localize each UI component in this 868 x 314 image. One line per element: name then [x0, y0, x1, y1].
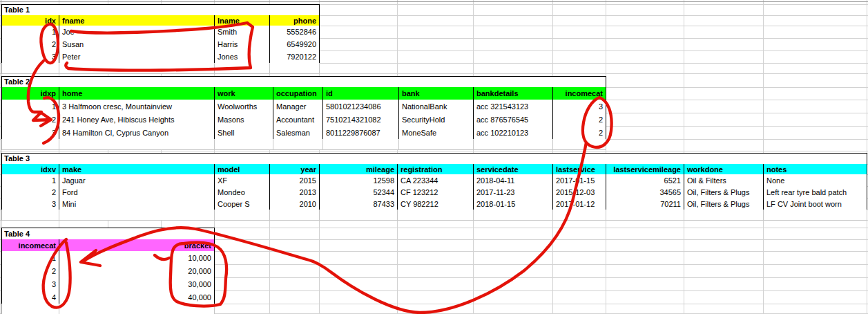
- table-3-empty-cell-1[interactable]: [59, 210, 215, 221]
- table-3-header-notes[interactable]: notes: [764, 164, 867, 175]
- table-3-header-registration[interactable]: registration: [398, 164, 474, 175]
- table-2-cell-bank-r2[interactable]: SecurityHold: [399, 113, 474, 127]
- table-3-cell-servicedate-r1[interactable]: 2018-04-11: [474, 174, 553, 187]
- table-2-cell-bank-r3[interactable]: MoneSafe: [399, 126, 474, 140]
- table-3-empty-cell-9[interactable]: [684, 210, 764, 221]
- table-3-empty-cell-7[interactable]: [553, 210, 606, 221]
- table-3-cell-registration-r2[interactable]: CF 123212: [398, 186, 474, 198]
- table-2-cell-home-r2[interactable]: 241 Honey Ave, Hibiscus Heights: [59, 113, 215, 127]
- table-2-header-bankdetails[interactable]: bankdetails: [474, 87, 553, 100]
- table-3-cell-registration-r3[interactable]: CY 982212: [398, 198, 474, 210]
- table-1-cell-lname-r2[interactable]: Harris: [215, 38, 270, 51]
- table-3-cell-idxv-r3[interactable]: 3: [1, 198, 59, 210]
- table-3-empty-cell-2[interactable]: [215, 210, 270, 221]
- table-2-cell-incomecat-r2[interactable]: 2: [553, 113, 606, 127]
- table-3-cell-mileage-r1[interactable]: 12598: [320, 174, 398, 187]
- table-1-cell-idx-r1[interactable]: 1: [1, 26, 59, 39]
- table-1-header-phone[interactable]: phone: [270, 15, 320, 26]
- table-2-cell-home-r3[interactable]: 84 Hamilton Cl, Cyprus Canyon: [59, 126, 215, 140]
- table-2-empty-cell-6[interactable]: [474, 139, 553, 150]
- table-4-cell-incomecat-r4[interactable]: 4: [1, 290, 59, 304]
- table-3-empty-cell-8[interactable]: [606, 210, 684, 221]
- table-2-empty-cell-1[interactable]: [59, 139, 215, 150]
- table-3-cell-idxv-r2[interactable]: 2: [1, 186, 59, 198]
- table-2-header-id[interactable]: id: [323, 87, 399, 100]
- table-1-empty-cell-0[interactable]: [1, 63, 59, 74]
- table-3-cell-lastservice-r3[interactable]: 2017-01-12: [553, 198, 606, 210]
- table-2-cell-occupation-r3[interactable]: Salesman: [273, 126, 323, 140]
- table-1-cell-phone-r1[interactable]: 5552846: [270, 26, 320, 39]
- table-1-cell-lname-r1[interactable]: Smith: [215, 26, 270, 39]
- table-3-header-year[interactable]: year: [270, 164, 320, 175]
- table-3-cell-mileage-r2[interactable]: 52344: [320, 186, 398, 198]
- table-2-cell-idxp-r3[interactable]: 3: [1, 126, 59, 140]
- table-2-header-work[interactable]: work: [215, 87, 273, 100]
- table-3-cell-registration-r1[interactable]: CA 223344: [398, 174, 474, 187]
- table-3-empty-cell-3[interactable]: [270, 210, 320, 221]
- table-4-cell-incomecat-r2[interactable]: 2: [1, 264, 59, 278]
- table-3-cell-notes-r3[interactable]: LF CV Joint boot worn: [764, 198, 867, 210]
- table-4-header-bracket[interactable]: bracket: [59, 239, 215, 252]
- table-2-cell-id-r3[interactable]: 8011229876087: [323, 126, 399, 140]
- table-1-empty-cell-1[interactable]: [59, 63, 215, 74]
- table-1-header-fname[interactable]: fname: [59, 15, 215, 26]
- table-4-cell-bracket-r2[interactable]: 20,000: [59, 264, 215, 278]
- table-3-cell-workdone-r1[interactable]: Oil & Filters: [684, 174, 764, 187]
- table-3-cell-lastservice-r1[interactable]: 2017-01-15: [553, 174, 606, 187]
- table-2-header-idxp[interactable]: idxp: [1, 87, 59, 100]
- table-2-cell-incomecat-r3[interactable]: 2: [553, 126, 606, 140]
- table-2-header-bank[interactable]: bank: [399, 87, 474, 100]
- table-3-header-workdone[interactable]: workdone: [684, 164, 764, 175]
- table-2-empty-cell-7[interactable]: [553, 139, 606, 150]
- table-2-cell-work-r2[interactable]: Masons: [215, 113, 273, 127]
- table-1-header-lname[interactable]: lname: [215, 15, 270, 26]
- table-3-cell-lastservice-r2[interactable]: 2015-12-03: [553, 186, 606, 198]
- table-3-cell-year-r1[interactable]: 2015: [270, 174, 320, 187]
- table-3-cell-servicedate-r3[interactable]: 2018-01-15: [474, 198, 553, 210]
- table-2-cell-id-r1[interactable]: 5801021234086: [323, 100, 399, 113]
- table-3-cell-workdone-r3[interactable]: Oil, Filters & Plugs: [684, 198, 764, 210]
- table-2-cell-id-r2[interactable]: 7510214321082: [323, 113, 399, 127]
- table-3-cell-make-r3[interactable]: Mini: [59, 198, 215, 210]
- table-3-cell-make-r2[interactable]: Ford: [59, 186, 215, 198]
- table-2-cell-incomecat-r1[interactable]: 3: [553, 100, 606, 113]
- table-2-cell-idxp-r1[interactable]: 1: [1, 100, 59, 113]
- table-2-empty-cell-0[interactable]: [1, 139, 59, 150]
- table-1-cell-idx-r2[interactable]: 2: [1, 38, 59, 51]
- table-3-cell-notes-r1[interactable]: None: [764, 174, 867, 187]
- table-3-cell-year-r2[interactable]: 2013: [270, 186, 320, 198]
- table-2-cell-idxp-r2[interactable]: 2: [1, 113, 59, 127]
- table-3-cell-lastservicemileage-r3[interactable]: 70211: [606, 198, 684, 210]
- table-4-cell-bracket-r1[interactable]: 10,000: [59, 251, 215, 265]
- table-3-cell-idxv-r1[interactable]: 1: [1, 174, 59, 187]
- table-3-header-lastservice[interactable]: lastservice: [553, 164, 606, 175]
- table-2-cell-work-r1[interactable]: Woolworths: [215, 100, 273, 113]
- table-3-header-model[interactable]: model: [215, 164, 270, 175]
- table-4-cell-incomecat-r3[interactable]: 3: [1, 277, 59, 291]
- table-1-cell-lname-r3[interactable]: Jones: [215, 50, 270, 64]
- table-3-cell-lastservicemileage-r1[interactable]: 6521: [606, 174, 684, 187]
- table-2-cell-bank-r1[interactable]: NationalBank: [399, 100, 474, 113]
- table-3-header-mileage[interactable]: mileage: [320, 164, 398, 175]
- table-1-cell-fname-r1[interactable]: Joe: [59, 26, 215, 39]
- table-2-empty-cell-3[interactable]: [273, 139, 323, 150]
- table-3-cell-mileage-r3[interactable]: 87433: [320, 198, 398, 210]
- table-3-empty-cell-4[interactable]: [320, 210, 398, 221]
- table-2-empty-cell-4[interactable]: [323, 139, 399, 150]
- table-3-cell-lastservicemileage-r2[interactable]: 34565: [606, 186, 684, 198]
- table-3-header-lastservicemileage[interactable]: lastservicemileage: [606, 164, 684, 175]
- table-3-header-make[interactable]: make: [59, 164, 215, 175]
- table-2-cell-occupation-r1[interactable]: Manager: [273, 100, 323, 113]
- table-1-empty-cell-3[interactable]: [270, 63, 320, 74]
- table-2-cell-bankdetails-r3[interactable]: acc 102210123: [474, 126, 553, 140]
- table-4-cell-bracket-r4[interactable]: 40,000: [59, 290, 215, 304]
- table-2-cell-occupation-r2[interactable]: Accountant: [273, 113, 323, 127]
- table-2-cell-home-r1[interactable]: 3 Halfmoon cresc, Mountainview: [59, 100, 215, 113]
- table-3-cell-make-r1[interactable]: Jaguar: [59, 174, 215, 187]
- table-4-header-incomecat[interactable]: incomecat: [1, 239, 59, 252]
- table-2-empty-cell-2[interactable]: [215, 139, 273, 150]
- table-1-cell-fname-r2[interactable]: Susan: [59, 38, 215, 51]
- table-2-cell-bankdetails-r2[interactable]: acc 876576545: [474, 113, 553, 127]
- table-4-cell-bracket-r3[interactable]: 30,000: [59, 277, 215, 291]
- table-2-empty-cell-5[interactable]: [399, 139, 474, 150]
